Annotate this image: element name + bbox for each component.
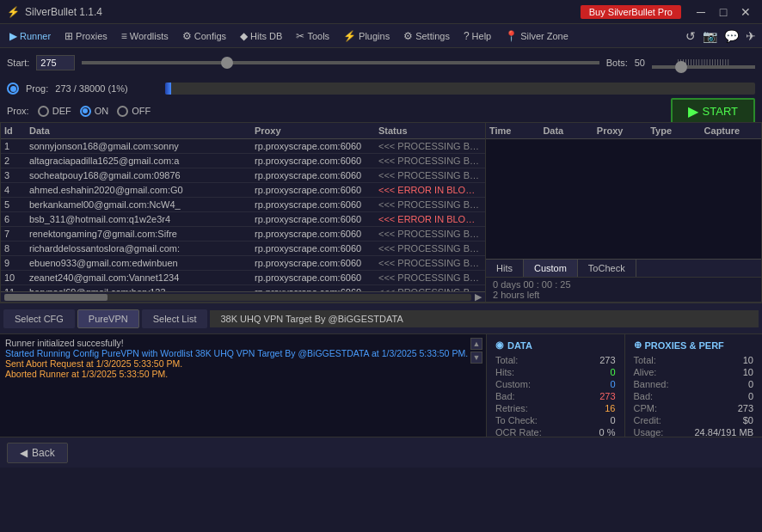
table-row[interactable]: 2 altagraciapadilla1625@gmail.com:a rp.p… bbox=[1, 154, 485, 168]
table-row[interactable]: 3 socheatpouy168@gmail.com:09876 rp.prox… bbox=[1, 168, 485, 183]
table-row[interactable]: 6 bsb_311@hotmail.com:q1w2e3r4 rp.proxys… bbox=[1, 212, 485, 227]
table-row[interactable]: 8 richarddelossantoslora@gmail.com: rp.p… bbox=[1, 242, 485, 256]
app-title: SilverBullet 1.1.4 bbox=[25, 6, 102, 18]
menu-silverzone[interactable]: 📍 Silver Zone bbox=[499, 28, 575, 45]
table-row[interactable]: 10 zeanet240@gmail.com:Vannet1234 rp.pro… bbox=[1, 271, 485, 285]
menu-settings[interactable]: ⚙ Settings bbox=[397, 28, 456, 45]
results-body bbox=[486, 139, 761, 259]
stat-bad: Bad: 273 bbox=[495, 391, 616, 401]
prox-label: Prox: bbox=[7, 106, 29, 116]
hitsdb-icon: ◆ bbox=[240, 30, 248, 42]
purevpn-tab[interactable]: PureVPN bbox=[77, 309, 139, 328]
proxy-off[interactable]: OFF bbox=[117, 106, 151, 117]
pstat-alive: Alive: 10 bbox=[634, 367, 754, 377]
scroll-right-arrow[interactable]: ▶ bbox=[475, 291, 482, 303]
log-scroll-up[interactable]: ▲ bbox=[470, 338, 482, 350]
cell-proxy: rp.proxyscrape.com:6060 bbox=[255, 229, 375, 239]
buy-button[interactable]: Buy SilverBullet Pro bbox=[581, 5, 681, 19]
back-button[interactable]: ◀ Back bbox=[7, 443, 68, 463]
col-proxy: Proxy bbox=[255, 125, 375, 136]
time-left: 2 hours left bbox=[493, 290, 754, 300]
stat-retries: Retries: 16 bbox=[495, 403, 616, 413]
cell-data: berkankamel00@gmail.com:NcW4_ bbox=[29, 199, 251, 210]
tab-tocheck[interactable]: ToCheck bbox=[578, 260, 636, 277]
cell-status: <<< ERROR IN BLOCK: R bbox=[378, 214, 482, 224]
start-slider-container bbox=[82, 61, 599, 64]
start-button[interactable]: ▶ START bbox=[671, 98, 755, 125]
prog-label: Prog: bbox=[26, 83, 48, 94]
title-bar: ⚡ SilverBullet 1.1.4 Buy SilverBullet Pr… bbox=[0, 0, 762, 24]
proxy-off-radio[interactable] bbox=[117, 106, 128, 117]
select-cfg-button[interactable]: Select CFG bbox=[3, 309, 75, 328]
col-id: Id bbox=[4, 125, 26, 136]
proxy-icon: ⊕ bbox=[634, 339, 642, 351]
menu-help[interactable]: ? Help bbox=[458, 28, 497, 45]
tab-custom[interactable]: Custom bbox=[524, 260, 578, 277]
social-telegram-icon[interactable]: ✈ bbox=[743, 28, 759, 45]
proxy-on-radio[interactable] bbox=[80, 106, 91, 117]
maximize-button[interactable]: □ bbox=[714, 3, 733, 21]
table-row[interactable]: 9 ebueno933@gmail.com:edwinbuen rp.proxy… bbox=[1, 256, 485, 271]
minimize-button[interactable]: ─ bbox=[691, 3, 710, 21]
social-camera-icon[interactable]: 📷 bbox=[700, 28, 720, 45]
bots-label: Bots: bbox=[606, 58, 628, 68]
cell-proxy: rp.proxyscrape.com:6060 bbox=[255, 243, 375, 254]
menu-hitsdb[interactable]: ◆ Hits DB bbox=[234, 28, 288, 45]
table-row[interactable]: 11 herypool69@gmail.com:hery123 rp.proxy… bbox=[1, 285, 485, 291]
proxy-def[interactable]: DEF bbox=[38, 106, 71, 117]
pstat-bad: Bad: 0 bbox=[634, 391, 754, 401]
menu-runner[interactable]: ▶ Runner bbox=[3, 28, 57, 45]
stat-ocr: OCR Rate: 0 % bbox=[495, 427, 616, 437]
select-list-button[interactable]: Select List bbox=[142, 309, 208, 328]
menu-silverzone-label: Silver Zone bbox=[520, 31, 568, 41]
cell-data: socheatpouy168@gmail.com:09876 bbox=[29, 170, 251, 180]
wordlists-icon: ≡ bbox=[121, 30, 127, 42]
proxy-def-radio[interactable] bbox=[38, 106, 49, 117]
bots-value: 50 bbox=[635, 58, 645, 68]
table-body[interactable]: 1 sonnyjonson168@gmail.com:sonny rp.prox… bbox=[1, 139, 485, 291]
menu-wordlists[interactable]: ≡ Wordlists bbox=[115, 28, 175, 45]
table-row[interactable]: 1 sonnyjonson168@gmail.com:sonny rp.prox… bbox=[1, 139, 485, 154]
bots-slider[interactable] bbox=[652, 65, 755, 69]
data-stats-col: ◉ DATA Total: 273 Hits: 0 Custom: 0 Bad:… bbox=[487, 334, 625, 437]
table-scrollbar-h[interactable]: ▶ bbox=[1, 291, 485, 302]
configs-icon: ⚙ bbox=[182, 30, 192, 42]
cell-proxy: rp.proxyscrape.com:6060 bbox=[255, 258, 375, 268]
stat-hits: Hits: 0 bbox=[495, 367, 616, 377]
h-scroll-track[interactable] bbox=[4, 294, 471, 301]
cell-proxy: rp.proxyscrape.com:6060 bbox=[255, 141, 375, 151]
stat-custom: Custom: 0 bbox=[495, 379, 616, 389]
start-play-icon: ▶ bbox=[688, 103, 698, 119]
menu-plugins[interactable]: ⚡ Plugins bbox=[337, 28, 396, 45]
social-history-icon[interactable]: ↺ bbox=[683, 28, 698, 45]
proxy-off-label: OFF bbox=[132, 106, 151, 116]
stat-total: Total: 273 bbox=[495, 355, 616, 365]
social-chat-icon[interactable]: 💬 bbox=[722, 28, 741, 45]
table-row[interactable]: 7 renektongaming7@gmail.com:Sifre rp.pro… bbox=[1, 227, 485, 242]
runner-icon: ▶ bbox=[9, 30, 17, 42]
log-scroll-down[interactable]: ▼ bbox=[470, 352, 482, 364]
proxy-on-label: ON bbox=[95, 106, 109, 116]
table-row[interactable]: 4 ahmed.eshahin2020@gmail.com:G0 rp.prox… bbox=[1, 183, 485, 198]
start-input[interactable] bbox=[36, 55, 75, 70]
cell-status: <<< PROCESSING BLOC bbox=[378, 199, 482, 210]
menu-configs-label: Configs bbox=[194, 31, 226, 41]
tab-hits[interactable]: Hits bbox=[486, 260, 524, 277]
proxy-stats-col: ⊕ PROXIES & PERF Total: 10 Alive: 10 Ban… bbox=[625, 334, 763, 437]
cell-status: <<< PROCESSING BLOC bbox=[378, 243, 482, 254]
cell-id: 3 bbox=[4, 170, 26, 180]
table-row[interactable]: 5 berkankamel00@gmail.com:NcW4_ rp.proxy… bbox=[1, 198, 485, 212]
proxy-on[interactable]: ON bbox=[80, 106, 109, 117]
cell-status: <<< PROCESSING BLOC bbox=[378, 258, 482, 268]
table-section: Id Data Proxy Status 1 sonnyjonson168@gm… bbox=[0, 122, 486, 303]
menu-configs[interactable]: ⚙ Configs bbox=[176, 28, 232, 45]
menu-proxies[interactable]: ⊞ Proxies bbox=[58, 28, 114, 45]
prog-radio[interactable] bbox=[7, 83, 19, 95]
menu-tools[interactable]: ✂ Tools bbox=[290, 28, 335, 45]
cell-status: <<< PROCESSING BLOC bbox=[378, 156, 482, 166]
h-scroll-thumb[interactable] bbox=[4, 294, 108, 301]
cell-status: <<< PROCESSING BLOC bbox=[378, 170, 482, 180]
close-button[interactable]: ✕ bbox=[736, 3, 755, 21]
start-slider[interactable] bbox=[82, 61, 599, 64]
cell-data: altagraciapadilla1625@gmail.com:a bbox=[29, 156, 251, 166]
